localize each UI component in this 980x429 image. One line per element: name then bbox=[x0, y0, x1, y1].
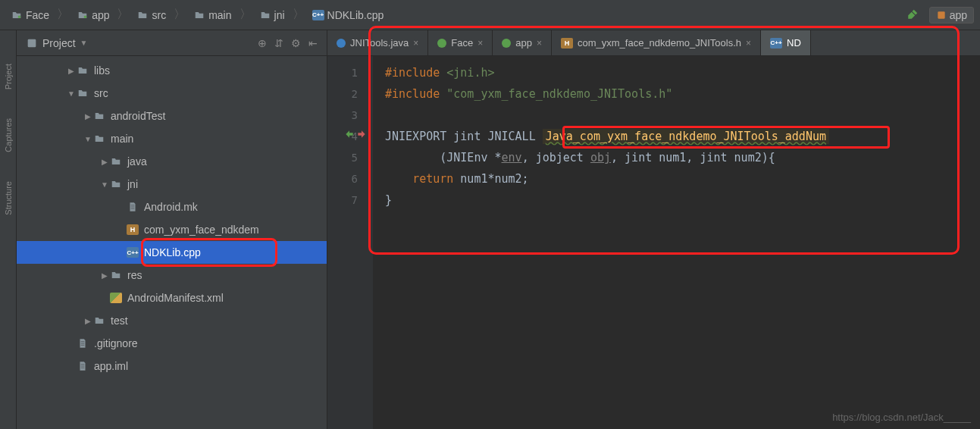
code-token: num1*num2; bbox=[460, 172, 528, 186]
run-config-label: app bbox=[950, 9, 967, 21]
project-tree[interactable]: ▶libs▼src▶androidTest▼main▶java▼jniAndro… bbox=[17, 56, 327, 429]
collapse-icon[interactable]: ⊕ bbox=[258, 37, 267, 49]
panel-title-text: Project bbox=[42, 37, 76, 49]
breadcrumb-item[interactable]: app bbox=[72, 6, 114, 24]
tree-expand-icon[interactable]: ▼ bbox=[100, 180, 109, 189]
tree-expand-icon[interactable]: ▶ bbox=[83, 317, 92, 325]
code-line[interactable]: JNIEXPORT jint JNICALL Java_com_yxm_face… bbox=[373, 126, 980, 147]
code-line[interactable]: (JNIEnv *env, jobject obj, jint num1, ji… bbox=[373, 147, 980, 168]
tree-item[interactable]: ▼src bbox=[17, 82, 327, 105]
settings-adjust-icon[interactable]: ⇵ bbox=[274, 37, 283, 49]
header-file-icon: H bbox=[561, 38, 573, 49]
run-config-selector[interactable]: app bbox=[929, 7, 974, 23]
tree-item[interactable]: ▶res bbox=[17, 264, 327, 287]
line-number[interactable]: 3 bbox=[327, 105, 373, 126]
tab-close-icon[interactable]: × bbox=[537, 38, 542, 49]
vcs-change-marker[interactable] bbox=[344, 129, 367, 139]
breadcrumb-item[interactable]: src bbox=[132, 6, 171, 24]
rail-captures[interactable]: Captures bbox=[2, 115, 14, 155]
breadcrumb-item[interactable]: main bbox=[189, 6, 236, 24]
tree-expand-icon[interactable]: ▶ bbox=[67, 67, 76, 75]
code-line[interactable]: #include "com_yxm_face_ndkdemo_JNITools.… bbox=[373, 83, 980, 105]
line-gutter: 1234567 bbox=[327, 56, 373, 429]
editor-tab[interactable]: JNITools.java× bbox=[327, 30, 428, 55]
tab-label: app bbox=[515, 37, 532, 49]
tree-expand-icon[interactable]: ▼ bbox=[67, 89, 76, 98]
breadcrumb-label: app bbox=[92, 9, 109, 21]
code-token: return bbox=[412, 172, 460, 186]
tab-close-icon[interactable]: × bbox=[477, 38, 483, 49]
tree-item-label: AndroidManifest.xml bbox=[127, 292, 224, 304]
folder-icon bbox=[92, 110, 106, 122]
file-icon bbox=[76, 337, 89, 349]
breadcrumb-item[interactable]: Face bbox=[6, 6, 54, 24]
hide-icon[interactable]: ⇤ bbox=[308, 37, 318, 49]
svg-rect-3 bbox=[28, 39, 36, 47]
tree-item-label: Android.mk bbox=[144, 201, 198, 213]
breadcrumbs: Face〉app〉src〉main〉jni〉C++NDKLib.cpp bbox=[6, 6, 906, 24]
rail-structure[interactable]: Structure bbox=[2, 178, 14, 218]
editor-tab[interactable]: Face× bbox=[428, 30, 493, 55]
tree-item[interactable]: app.iml bbox=[17, 355, 327, 377]
code-token: <jni.h> bbox=[446, 66, 494, 80]
code-token: , jobject bbox=[522, 151, 590, 164]
breadcrumb-separator-icon: 〉 bbox=[238, 7, 253, 23]
folder-icon bbox=[11, 10, 23, 20]
svg-point-0 bbox=[18, 15, 21, 17]
tree-item[interactable]: ▶libs bbox=[17, 59, 327, 82]
code-line[interactable] bbox=[373, 105, 980, 126]
tree-item[interactable]: ▶java bbox=[17, 150, 327, 173]
left-tool-rail: Project Captures Structure bbox=[0, 30, 17, 429]
line-number[interactable]: 2 bbox=[327, 83, 373, 105]
line-number[interactable]: 6 bbox=[327, 168, 373, 189]
tree-item-label: java bbox=[127, 155, 147, 168]
code-line[interactable]: #include <jni.h> bbox=[373, 62, 980, 83]
tree-expand-icon[interactable]: ▶ bbox=[100, 158, 109, 166]
tree-item[interactable]: ▶test bbox=[17, 309, 327, 332]
tree-expand-icon[interactable]: ▶ bbox=[100, 271, 109, 280]
folder-icon bbox=[109, 155, 123, 168]
tree-item-label: jni bbox=[127, 178, 138, 190]
tree-item[interactable]: ▼jni bbox=[17, 173, 327, 196]
code-area[interactable]: #include <jni.h>#include "com_yxm_face_n… bbox=[373, 56, 980, 429]
tree-item[interactable]: Android.mk bbox=[17, 196, 327, 218]
tree-item[interactable]: ▶androidTest bbox=[17, 105, 327, 127]
gear-icon[interactable]: ⚙ bbox=[291, 37, 301, 49]
svg-rect-2 bbox=[938, 11, 944, 18]
tab-label: ND bbox=[787, 37, 801, 49]
editor-tab[interactable]: Hcom_yxm_face_ndkdemo_JNITools.h× bbox=[552, 30, 761, 55]
tree-expand-icon[interactable]: ▼ bbox=[83, 135, 92, 143]
code-token: "com_yxm_face_ndkdemo_JNITools.h" bbox=[446, 87, 672, 101]
cpp-file-icon: C++ bbox=[312, 10, 324, 20]
tab-label: JNITools.java bbox=[350, 37, 409, 49]
folder-icon bbox=[109, 178, 123, 190]
rail-project[interactable]: Project bbox=[2, 61, 14, 92]
breadcrumb-item[interactable]: C++NDKLib.cpp bbox=[308, 6, 389, 24]
line-number[interactable]: 1 bbox=[327, 62, 373, 83]
tree-item[interactable]: AndroidManifest.xml bbox=[17, 287, 327, 309]
code-line[interactable]: return num1*num2; bbox=[373, 168, 980, 189]
tab-close-icon[interactable]: × bbox=[746, 38, 751, 49]
file-icon bbox=[126, 201, 139, 213]
tree-item[interactable]: C++NDKLib.cpp bbox=[17, 241, 327, 264]
line-number[interactable]: 7 bbox=[327, 189, 373, 211]
breadcrumb-separator-icon: 〉 bbox=[172, 7, 187, 23]
svg-point-1 bbox=[84, 15, 87, 17]
tree-item[interactable]: .gitignore bbox=[17, 332, 327, 355]
code-token: } bbox=[385, 193, 392, 207]
breadcrumb-item[interactable]: jni bbox=[255, 6, 290, 24]
tree-item[interactable]: Hcom_yxm_face_ndkdem bbox=[17, 218, 327, 241]
tree-item[interactable]: ▼main bbox=[17, 127, 327, 150]
build-icon[interactable] bbox=[906, 7, 920, 23]
line-number[interactable]: 5 bbox=[327, 147, 373, 168]
tab-close-icon[interactable]: × bbox=[413, 38, 418, 49]
editor-tab[interactable]: app× bbox=[493, 30, 552, 55]
code-line[interactable]: } bbox=[373, 189, 980, 211]
tree-item-label: com_yxm_face_ndkdem bbox=[144, 224, 259, 236]
dropdown-arrow-icon: ▼ bbox=[80, 39, 88, 47]
editor-tabs: JNITools.java×Face×app×Hcom_yxm_face_ndk… bbox=[327, 30, 980, 56]
code-token: env bbox=[502, 151, 522, 164]
editor-tab[interactable]: C++ND bbox=[761, 30, 811, 55]
project-panel-title[interactable]: Project ▼ bbox=[26, 37, 258, 49]
tree-expand-icon[interactable]: ▶ bbox=[83, 112, 92, 121]
